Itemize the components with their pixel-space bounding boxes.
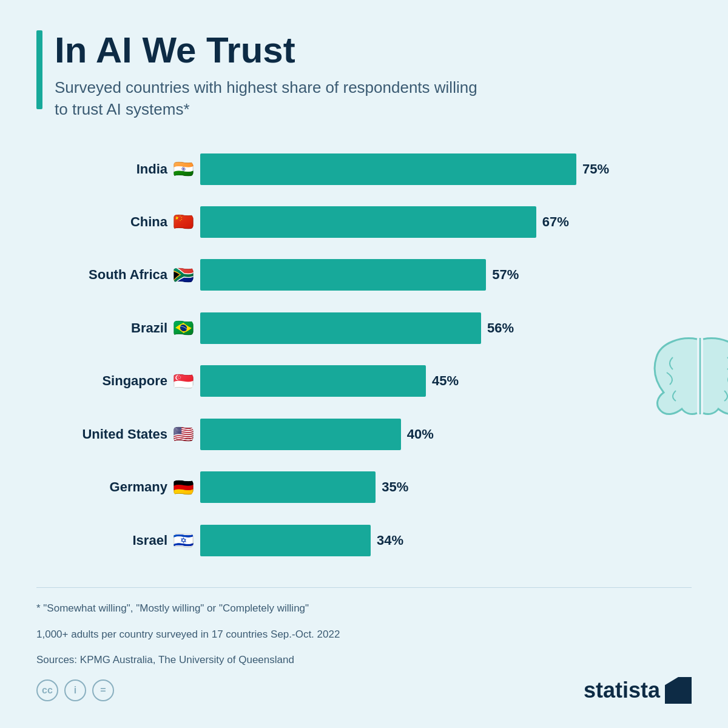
footer-section: * "Somewhat willing", "Mostly willing" o… <box>36 587 692 704</box>
main-title: In AI We Trust <box>55 30 479 70</box>
bar-row: United States🇺🇸40% <box>36 419 609 450</box>
country-label: Israel🇮🇱 <box>36 530 194 551</box>
title-section: In AI We Trust Surveyed countries with h… <box>36 30 692 121</box>
country-flag: 🇩🇪 <box>172 476 194 498</box>
footer-note2: 1,000+ adults per country surveyed in 17… <box>36 626 692 642</box>
country-name: India <box>136 161 167 177</box>
statista-name: statista <box>584 678 660 703</box>
accent-bar <box>36 30 42 109</box>
bar-value: 75% <box>582 161 609 177</box>
bar-value: 67% <box>542 214 569 230</box>
bar-row: South Africa🇿🇦57% <box>36 259 609 291</box>
country-name: South Africa <box>89 267 167 283</box>
bar-value: 35% <box>382 479 408 495</box>
brain-icon <box>627 303 728 448</box>
info-icon: i <box>64 679 86 701</box>
right-section <box>627 145 728 570</box>
country-label: India🇮🇳 <box>36 158 194 180</box>
country-name: Germany <box>110 479 167 495</box>
bar-row: China🇨🇳67% <box>36 206 609 238</box>
subtitle: Surveyed countries with highest share of… <box>55 76 479 121</box>
footer-note3: Sources: KPMG Australia, The University … <box>36 652 692 668</box>
bar-value: 40% <box>407 426 434 442</box>
bar <box>200 419 401 450</box>
bar-wrapper: 75% <box>200 153 609 185</box>
bar-value: 57% <box>492 267 519 283</box>
bar-row: Israel🇮🇱34% <box>36 525 609 556</box>
bar <box>200 471 376 503</box>
country-flag: 🇮🇱 <box>172 530 194 551</box>
country-label: Brazil🇧🇷 <box>36 317 194 339</box>
country-name: Singapore <box>102 373 167 389</box>
bar-row: Singapore🇸🇬45% <box>36 365 609 397</box>
bar <box>200 206 536 238</box>
country-name: Brazil <box>131 320 167 336</box>
bars-container: India🇮🇳75%China🇨🇳67%South Africa🇿🇦57%Bra… <box>36 145 627 570</box>
bar-value: 56% <box>487 320 514 336</box>
bar-row: Germany🇩🇪35% <box>36 471 609 503</box>
bar <box>200 259 486 291</box>
country-label: South Africa🇿🇦 <box>36 264 194 286</box>
country-label: Germany🇩🇪 <box>36 476 194 498</box>
country-flag: 🇮🇳 <box>172 158 194 180</box>
statista-icon <box>665 677 692 704</box>
license-icons: cc i = <box>36 679 114 701</box>
bar-wrapper: 57% <box>200 259 609 291</box>
country-flag: 🇺🇸 <box>172 423 194 445</box>
bar-wrapper: 34% <box>200 525 609 556</box>
country-flag: 🇨🇳 <box>172 211 194 233</box>
page-container: In AI We Trust Surveyed countries with h… <box>0 0 728 728</box>
country-flag: 🇧🇷 <box>172 317 194 339</box>
country-name: Israel <box>133 533 168 548</box>
country-label: China🇨🇳 <box>36 211 194 233</box>
bar-value: 34% <box>377 533 403 548</box>
footer-bottom: cc i = statista <box>36 677 692 704</box>
chart-section: India🇮🇳75%China🇨🇳67%South Africa🇿🇦57%Bra… <box>36 145 692 570</box>
country-label: United States🇺🇸 <box>36 423 194 445</box>
bar-wrapper: 67% <box>200 206 609 238</box>
country-name: United States <box>82 426 167 442</box>
cc-icon: cc <box>36 679 58 701</box>
bar-wrapper: 45% <box>200 365 609 397</box>
bar-wrapper: 56% <box>200 312 609 344</box>
country-label: Singapore🇸🇬 <box>36 370 194 392</box>
country-name: China <box>130 214 167 230</box>
bar-value: 45% <box>432 373 459 389</box>
bar-row: India🇮🇳75% <box>36 153 609 185</box>
country-flag: 🇿🇦 <box>172 264 194 286</box>
statista-logo: statista <box>584 677 692 704</box>
title-text: In AI We Trust Surveyed countries with h… <box>55 30 479 121</box>
equals-icon: = <box>92 679 114 701</box>
bar-wrapper: 35% <box>200 471 609 503</box>
footer-note1: * "Somewhat willing", "Mostly willing" o… <box>36 600 692 616</box>
country-flag: 🇸🇬 <box>172 370 194 392</box>
bar-wrapper: 40% <box>200 419 609 450</box>
bar <box>200 365 426 397</box>
bar <box>200 525 371 556</box>
bar <box>200 153 576 185</box>
bar <box>200 312 481 344</box>
bar-row: Brazil🇧🇷56% <box>36 312 609 344</box>
